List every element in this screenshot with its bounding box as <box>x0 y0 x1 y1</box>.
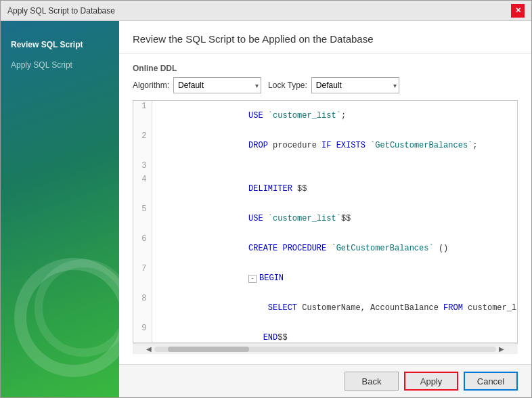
kw-use-2: USE <box>248 214 263 223</box>
line-num-6: 6 <box>133 234 152 263</box>
line-num-1: 1 <box>133 101 152 131</box>
line-content-6: CREATE PROCEDURE `GetCustomerBalances` (… <box>152 234 518 263</box>
scroll-left-icon[interactable]: ◀ <box>143 345 154 353</box>
line-num-5: 5 <box>133 204 152 234</box>
footer: Back Apply Cancel <box>119 364 531 397</box>
line-num-4: 4 <box>133 174 152 204</box>
code-container[interactable]: 1 USE `customer_list`; 2 DROP procedure … <box>133 100 518 343</box>
kw-from: FROM <box>443 303 463 313</box>
ddl-section: Online DDL Algorithm: Default INPLACE CO… <box>133 64 518 93</box>
scroll-right-icon[interactable]: ▶ <box>496 345 507 353</box>
code-table: 1 USE `customer_list`; 2 DROP procedure … <box>133 101 518 343</box>
line-content-8: SELECT CustomerName, AccountBalance FROM… <box>152 293 518 323</box>
line-content-3 <box>152 160 518 174</box>
kw-end: END <box>263 333 278 342</box>
kw-if-exists: IF EXISTS <box>322 141 365 150</box>
window-title: Apply SQL Script to Database <box>7 6 115 16</box>
table-row: 3 <box>133 160 518 174</box>
main-content: Review the SQL Script to be Applied on t… <box>119 21 531 397</box>
kw-drop: DROP <box>248 141 268 150</box>
table-row: 5 USE `customer_list`$$ <box>133 204 518 234</box>
str-customer-list-1: `customer_list` <box>268 111 341 120</box>
line-content-7: -BEGIN <box>152 263 518 293</box>
main-body: Online DDL Algorithm: Default INPLACE CO… <box>119 53 531 364</box>
line-num-7: 7 <box>133 263 152 293</box>
sidebar-item-apply-sql-script[interactable]: Apply SQL Script <box>1 55 119 75</box>
kw-create-proc: CREATE PROCEDURE <box>248 244 326 253</box>
kw-use-1: USE <box>248 111 263 120</box>
table-row: 7 -BEGIN <box>133 263 518 293</box>
line-content-1: USE `customer_list`; <box>152 101 518 131</box>
lock-type-field: Lock Type: Default NONE SHARED EXCLUSIVE <box>268 77 399 93</box>
apply-button[interactable]: Apply <box>404 372 458 391</box>
line-content-5: USE `customer_list`$$ <box>152 204 518 234</box>
lock-type-select-wrapper: Default NONE SHARED EXCLUSIVE <box>311 77 399 93</box>
scrollbar-track[interactable] <box>154 347 496 352</box>
title-bar: Apply SQL Script to Database ✕ <box>1 1 531 21</box>
algorithm-select-wrapper: Default INPLACE COPY <box>173 77 261 93</box>
table-row: 6 CREATE PROCEDURE `GetCustomerBalances`… <box>133 234 518 263</box>
str-getbalances: `GetCustomerBalances` <box>370 141 472 150</box>
lock-type-label: Lock Type: <box>268 81 307 90</box>
algorithm-label: Algorithm: <box>133 81 169 90</box>
page-title: Review the SQL Script to be Applied on t… <box>133 33 374 45</box>
line-content-4: DELIMITER $$ <box>152 174 518 204</box>
scrollbar-thumb[interactable] <box>168 347 249 352</box>
line-num-9: 9 <box>133 323 152 343</box>
algorithm-field: Algorithm: Default INPLACE COPY <box>133 77 261 93</box>
table-row: 4 DELIMITER $$ <box>133 174 518 204</box>
line-num-8: 8 <box>133 293 152 323</box>
table-row: 9 END$$ <box>133 323 518 343</box>
str-customer-list-2: `customer_list` <box>268 214 341 223</box>
lock-type-select[interactable]: Default NONE SHARED EXCLUSIVE <box>311 77 399 93</box>
sidebar-item-review-sql-script[interactable]: Review SQL Script <box>1 35 119 55</box>
kw-delimiter: DELIMITER <box>248 184 292 194</box>
line-content-2: DROP procedure IF EXISTS `GetCustomerBal… <box>152 131 518 160</box>
kw-begin: BEGIN <box>259 273 284 283</box>
ddl-options: Algorithm: Default INPLACE COPY Lock Typ… <box>133 77 518 93</box>
content-area: Review SQL Script Apply SQL Script Revie… <box>1 21 531 397</box>
main-window: Apply SQL Script to Database ✕ Review SQ… <box>0 0 532 398</box>
str-proc-name: `GetCustomerBalances` <box>331 244 433 253</box>
table-row: 1 USE `customer_list`; <box>133 101 518 131</box>
kw-select: SELECT <box>268 303 297 313</box>
main-header: Review the SQL Script to be Applied on t… <box>119 21 531 53</box>
cancel-button[interactable]: Cancel <box>464 372 518 391</box>
sidebar: Review SQL Script Apply SQL Script <box>1 21 119 397</box>
algorithm-select[interactable]: Default INPLACE COPY <box>173 77 261 93</box>
table-row: 8 SELECT CustomerName, AccountBalance FR… <box>133 293 518 323</box>
close-button[interactable]: ✕ <box>511 4 525 18</box>
collapse-button[interactable]: - <box>248 275 257 283</box>
horizontal-scrollbar[interactable]: ◀ ▶ <box>133 343 518 354</box>
back-button[interactable]: Back <box>345 372 399 391</box>
line-content-9: END$$ <box>152 323 518 343</box>
line-num-2: 2 <box>133 131 152 160</box>
table-row: 2 DROP procedure IF EXISTS `GetCustomerB… <box>133 131 518 160</box>
line-num-3: 3 <box>133 160 152 174</box>
ddl-label: Online DDL <box>133 64 518 73</box>
